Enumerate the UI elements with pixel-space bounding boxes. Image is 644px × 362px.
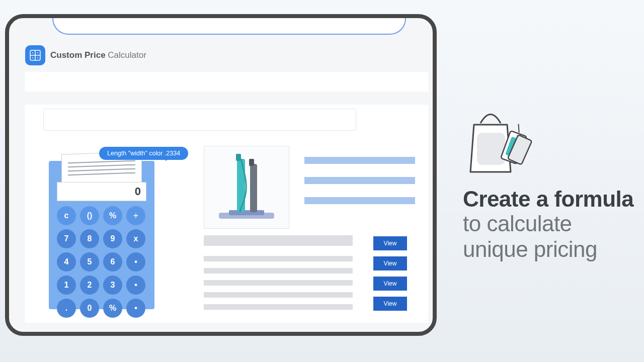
product-preview xyxy=(204,146,289,229)
app-frame: Custom Price Calculator Length "width" c… xyxy=(5,14,437,336)
calc-key-4[interactable]: 4 xyxy=(57,252,76,272)
svg-rect-13 xyxy=(477,133,505,165)
calc-key-.[interactable]: . xyxy=(57,299,76,318)
app-logo-icon xyxy=(25,45,45,65)
toolbar-placeholder xyxy=(25,72,428,92)
view-button[interactable]: View xyxy=(373,297,407,311)
svg-rect-11 xyxy=(236,154,241,161)
calc-key-()[interactable]: () xyxy=(80,206,99,225)
svg-point-5 xyxy=(32,57,33,58)
calc-key-•[interactable]: • xyxy=(126,252,145,272)
content-panel: Length "width" color .2334 0 c()%÷789x45… xyxy=(25,105,428,323)
svg-rect-10 xyxy=(250,164,257,212)
browser-notch xyxy=(52,14,406,35)
promo-subline-2: unique pricing xyxy=(463,237,634,262)
svg-point-3 xyxy=(32,52,33,53)
calc-key-3[interactable]: 3 xyxy=(103,276,122,295)
view-button[interactable]: View xyxy=(373,236,407,250)
promo-headline: Create a formula xyxy=(463,187,634,211)
formula-tooltip: Length "width" color .2334 xyxy=(99,147,188,160)
shopping-bag-icon xyxy=(463,106,634,178)
calc-key-÷[interactable]: ÷ xyxy=(126,206,145,225)
calc-key-x[interactable]: x xyxy=(126,229,145,248)
svg-point-4 xyxy=(37,52,38,53)
calc-key-%[interactable]: % xyxy=(103,206,122,225)
detail-lines xyxy=(304,157,415,217)
search-placeholder xyxy=(43,109,356,131)
calc-key-2[interactable]: 2 xyxy=(80,276,99,295)
calc-key-6[interactable]: 6 xyxy=(103,252,122,272)
calc-key-5[interactable]: 5 xyxy=(80,252,99,272)
calc-key-0[interactable]: 0 xyxy=(80,299,99,318)
svg-point-6 xyxy=(37,57,38,58)
calculator: 0 c()%÷789x456•123•.0%• xyxy=(49,161,154,309)
calculator-keypad: c()%÷789x456•123•.0%• xyxy=(57,206,145,318)
calc-key-7[interactable]: 7 xyxy=(57,229,76,248)
view-button[interactable]: View xyxy=(373,277,407,291)
promo-subline-1: to calculate xyxy=(463,211,634,237)
svg-line-17 xyxy=(516,124,522,133)
view-button[interactable]: View xyxy=(373,256,407,270)
calc-key-%[interactable]: % xyxy=(103,299,122,318)
calc-key-c[interactable]: c xyxy=(57,206,76,225)
app-title: Custom Price Calculator xyxy=(50,50,146,60)
view-button-column: ViewViewViewView xyxy=(373,236,407,311)
svg-rect-8 xyxy=(229,210,264,215)
list-lines xyxy=(204,235,353,316)
svg-rect-9 xyxy=(237,159,245,212)
app-title-bold: Custom Price xyxy=(50,50,106,60)
calc-key-1[interactable]: 1 xyxy=(57,276,76,295)
calc-key-•[interactable]: • xyxy=(126,276,145,295)
calc-key-9[interactable]: 9 xyxy=(103,229,122,248)
app-header: Custom Price Calculator xyxy=(25,45,146,65)
promo-panel: Create a formula to calculate unique pri… xyxy=(463,106,634,262)
svg-rect-12 xyxy=(249,159,254,166)
calc-key-•[interactable]: • xyxy=(126,299,145,318)
calculator-display: 0 xyxy=(57,182,146,201)
calc-key-8[interactable]: 8 xyxy=(80,229,99,248)
app-title-light: Calculator xyxy=(106,50,146,60)
